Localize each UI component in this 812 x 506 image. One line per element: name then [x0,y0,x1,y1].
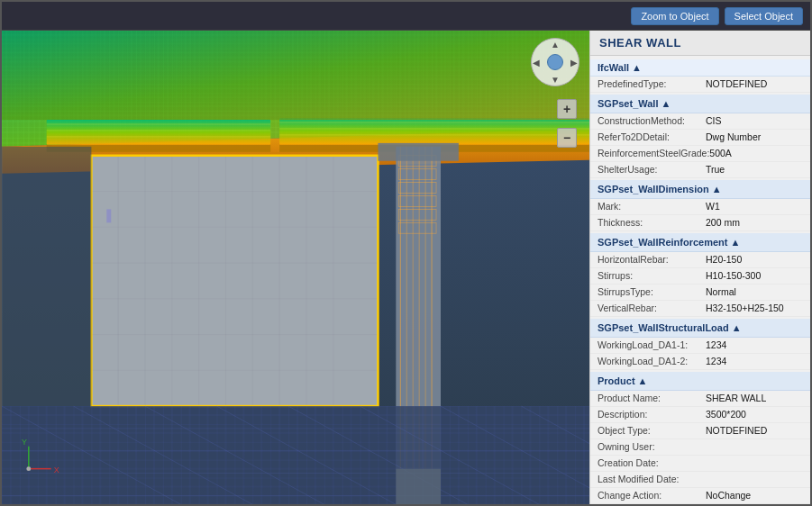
prop-label: VerticalRebar: [598,303,706,313]
scene-svg: X Y [2,31,589,504]
prop-row: Thickness:200 mm [590,215,810,231]
predefined-type-value: NOTDEFINED [706,78,767,89]
main-area: X Y ▲ ▼ ◀ ▶ [2,31,810,504]
svg-rect-19 [47,120,270,145]
properties-content[interactable]: IfcWall ▲ PredefinedType: NOTDEFINED SGP… [590,56,810,504]
nav-right-arrow[interactable]: ▶ [570,58,578,68]
prop-value: Normal [706,286,736,297]
prop-row: ShelterUsage:True [590,162,810,178]
svg-text:X: X [54,465,59,474]
prop-value: 200 mm [706,217,740,228]
prop-label: ReferTo2DDetail: [598,131,706,142]
prop-row: Description:3500*200 [590,407,810,423]
prop-row: Object Type:NOTDEFINED [590,423,810,439]
prop-value: H10-150-300 [706,270,761,281]
prop-row: ConstructionMethod:CIS [590,113,810,130]
nav-down-arrow[interactable]: ▼ [551,75,560,85]
prop-row: WorkingLoad_DA1-1:1234 [590,338,810,354]
prop-label: WorkingLoad_DA1-1: [598,339,706,350]
nav-cube: ▲ ▼ ◀ ▶ [528,38,582,92]
nav-left-arrow[interactable]: ◀ [533,58,540,68]
svg-rect-82 [2,147,91,406]
prop-value: NoChange [706,490,751,501]
prop-label: StirrupsType: [598,286,706,297]
prop-value: SHEAR WALL [706,393,766,403]
sgpset-wallload-header[interactable]: SGPset_WallStructuralLoad ▲ [590,319,810,338]
prop-value: True [706,164,725,175]
prop-label: HorizontalRebar: [598,254,706,265]
svg-rect-76 [396,469,441,504]
viewport[interactable]: X Y ▲ ▼ ◀ ▶ [2,31,589,504]
toolbar: Zoom to Object Select Object [2,2,810,31]
svg-rect-31 [91,156,378,406]
prop-row: Stirrups:H10-150-300 [590,268,810,285]
svg-rect-62 [378,143,458,161]
prop-row: VerticalRebar:H32-150+H25-150 [590,301,810,317]
prop-label: Last Modified Date: [598,474,706,484]
sgpset-walldim-rows: Mark:W1Thickness:200 mm [590,199,810,231]
prop-label: ShelterUsage: [598,164,706,175]
prop-value: Dwg Number [706,131,761,142]
prop-value: H32-150+H25-150 [706,303,784,313]
sgpset-wallreinf-header[interactable]: SGPset_WallReinforcement ▲ [590,233,810,252]
prop-row: Change Action:NoChange [590,488,810,504]
prop-value: NOTDEFINED [706,425,767,436]
prop-label: ReinforcementSteelGrade: [598,148,709,158]
prop-value: 1234 [706,356,726,366]
zoom-out-button[interactable]: − [557,128,577,148]
nav-up-arrow[interactable]: ▲ [551,40,560,50]
zoom-controls: + − [557,99,577,148]
prop-value: 500A [709,148,732,158]
sgpset-wallload-rows: WorkingLoad_DA1-1:1234WorkingLoad_DA1-2:… [590,338,810,370]
prop-label: Creation Date: [598,457,706,468]
predefined-type-row: PredefinedType: NOTDEFINED [590,77,810,93]
sgpset-wall-header[interactable]: SGPset_Wall ▲ [590,95,810,113]
ifc-section-header[interactable]: IfcWall ▲ [590,59,810,77]
prop-label: Mark: [598,201,706,212]
sgpset-wallreinf-label: SGPset_WallReinforcement ▲ [598,237,740,248]
predefined-type-label: PredefinedType: [598,78,706,89]
product-rows: Product Name:SHEAR WALLDescription:3500*… [590,391,810,504]
svg-rect-30 [2,31,589,120]
sgpset-wallload-label: SGPset_WallStructuralLoad ▲ [598,322,742,333]
svg-rect-63 [2,406,589,504]
nav-overlay: ▲ ▼ ◀ ▶ [528,38,582,92]
prop-row: ReferTo2DDetail:Dwg Number [590,130,810,146]
prop-label: Stirrups: [598,270,706,281]
prop-label: ConstructionMethod: [598,115,706,126]
prop-row: Mark:W1 [590,199,810,215]
prop-label: Product Name: [598,393,706,403]
sgpset-walldim-label: SGPset_WallDimension ▲ [598,184,722,194]
sgpset-wall-rows: ConstructionMethod:CISReferTo2DDetail:Dw… [590,113,810,178]
prop-row: ReinforcementSteelGrade:500A [590,146,810,162]
prop-value: CIS [706,115,722,126]
prop-label: WorkingLoad_DA1-2: [598,356,706,366]
prop-value: 1234 [706,339,726,350]
prop-row: Last Modified Date: [590,472,810,488]
svg-rect-24 [279,118,589,145]
svg-text:Y: Y [22,438,27,447]
svg-point-81 [26,466,31,471]
nav-circle[interactable]: ▲ ▼ ◀ ▶ [531,38,579,86]
prop-label: Description: [598,409,706,420]
prop-value: W1 [706,201,720,212]
product-label: Product ▲ [598,375,648,386]
properties-title: SHEAR WALL [590,31,810,56]
sgpset-wall-label: SGPset_Wall ▲ [598,98,671,109]
zoom-to-object-button[interactable]: Zoom to Object [631,7,718,25]
prop-label: Thickness: [598,217,706,228]
prop-value: 3500*200 [706,409,746,420]
sgpset-wallreinf-rows: HorizontalRebar:H20-150Stirrups:H10-150-… [590,252,810,317]
prop-label: Owning User: [598,441,706,452]
app-container: Zoom to Object Select Object [0,0,812,506]
select-object-button[interactable]: Select Object [725,7,803,25]
zoom-in-button[interactable]: + [557,99,577,119]
product-header[interactable]: Product ▲ [590,372,810,391]
prop-label: Change Action: [598,490,706,501]
nav-arrows: ▲ ▼ ◀ ▶ [532,39,579,86]
prop-row: StirrupsType:Normal [590,285,810,301]
right-panel: SHEAR WALL IfcWall ▲ PredefinedType: NOT… [589,31,810,504]
prop-row: Creation Date: [590,456,810,472]
sgpset-walldim-header[interactable]: SGPset_WallDimension ▲ [590,180,810,199]
prop-row: Owning User: [590,439,810,456]
